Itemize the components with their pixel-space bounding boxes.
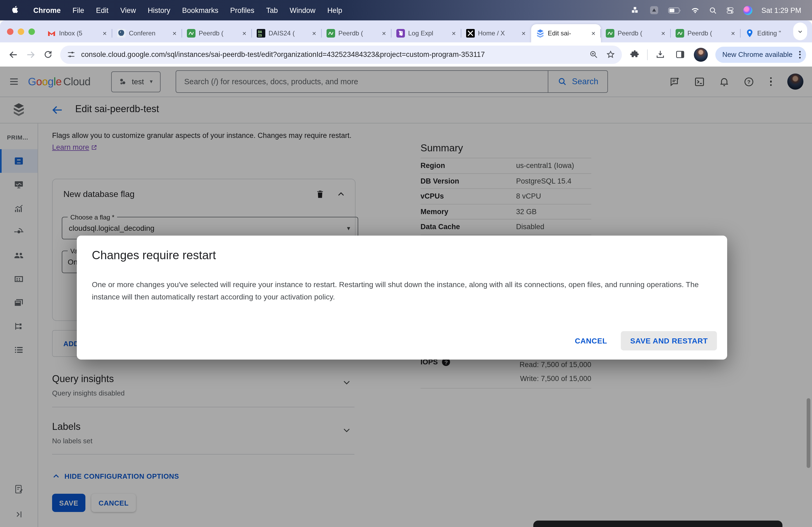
apple-icon[interactable]: [11, 5, 20, 16]
menubar-item-bookmarks[interactable]: Bookmarks: [176, 6, 224, 14]
tab-6[interactable]: Log Expl ✕: [392, 24, 461, 42]
zoom-window-button[interactable]: [28, 28, 35, 35]
tab-title: Edit sai-: [548, 30, 586, 37]
tab-close-icon[interactable]: ✕: [659, 29, 668, 37]
menubar-item-chrome[interactable]: Chrome: [27, 6, 67, 14]
control-center-icon[interactable]: [726, 6, 734, 14]
window-controls: [0, 28, 42, 35]
tab-title: Log Expl: [408, 30, 446, 37]
chrome-menu-kebab-icon[interactable]: [797, 48, 803, 60]
tab-title: Editing ": [757, 30, 795, 37]
side-panel-icon[interactable]: [675, 49, 685, 60]
peerdb-favicon-icon: [187, 29, 195, 37]
chrome-profile-avatar[interactable]: [694, 47, 708, 61]
dialog-cancel-button[interactable]: CANCEL: [568, 332, 613, 349]
tab-8-active[interactable]: Edit sai- ✕: [531, 24, 601, 42]
tab-title: DAIS24 (: [269, 30, 307, 37]
mappin-favicon-icon: [745, 29, 754, 37]
tab-title: Peerdb (: [199, 30, 237, 37]
forward-icon[interactable]: [23, 46, 39, 62]
menubar-item-view[interactable]: View: [114, 6, 142, 14]
datadog-favicon-icon: [396, 29, 405, 37]
tab-title: Inbox (5: [59, 30, 97, 37]
menubar-item-file[interactable]: File: [67, 6, 90, 14]
dialog-title: Changes require restart: [92, 249, 216, 262]
chrome-toolbar: console.cloud.google.com/sql/instances/s…: [0, 42, 812, 66]
dais-favicon-icon: DAIS: [257, 29, 265, 37]
tune-icon[interactable]: [67, 50, 76, 59]
postgres-favicon-icon: [117, 29, 126, 37]
tab-title: Conferen: [129, 30, 167, 37]
tab-close-icon[interactable]: ✕: [310, 29, 318, 37]
back-icon[interactable]: [5, 46, 21, 62]
peerdb-favicon-icon: [327, 29, 335, 37]
menubar-item-profiles[interactable]: Profiles: [224, 6, 260, 14]
omnibox[interactable]: console.cloud.google.com/sql/instances/s…: [60, 45, 622, 64]
bookmark-star-icon[interactable]: [606, 50, 615, 59]
close-window-button[interactable]: [7, 28, 13, 35]
tab-2[interactable]: Conferen ✕: [112, 24, 182, 42]
tab-title: Home / X: [478, 30, 516, 37]
url-text[interactable]: console.cloud.google.com/sql/instances/s…: [81, 50, 582, 59]
tab-close-icon[interactable]: ✕: [729, 29, 737, 37]
tab-close-icon[interactable]: ✕: [450, 29, 458, 37]
macos-menubar: ChromeFileEditViewHistoryBookmarksProfil…: [0, 0, 812, 20]
cloudsql-favicon-icon: [536, 29, 545, 37]
tab-title: Peerdb (: [618, 30, 656, 37]
tab-1[interactable]: Inbox (5 ✕: [42, 24, 112, 42]
tab-close-icon[interactable]: ✕: [380, 29, 388, 37]
svg-text:DA: DA: [258, 30, 262, 34]
menubar-item-help[interactable]: Help: [321, 6, 348, 14]
dialog-body: One or more changes you've selected will…: [92, 278, 713, 303]
tab-4[interactable]: DAIS DAIS24 ( ✕: [252, 24, 322, 42]
tab-9[interactable]: Peerdb ( ✕: [601, 24, 671, 42]
tab-10[interactable]: Peerdb ( ✕: [671, 24, 741, 42]
download-icon[interactable]: [655, 49, 665, 60]
menubar-items: ChromeFileEditViewHistoryBookmarksProfil…: [27, 6, 348, 14]
menubar-clock[interactable]: Sat 1:29 PM: [761, 6, 801, 14]
siri-icon[interactable]: [743, 6, 752, 15]
extensions-icon[interactable]: [629, 49, 640, 60]
svg-text:IS: IS: [258, 34, 262, 37]
tab-close-icon[interactable]: ✕: [589, 29, 598, 37]
tab-7[interactable]: Home / X ✕: [461, 24, 531, 42]
restart-dialog: Changes require restart One or more chan…: [77, 236, 727, 360]
tab-close-icon[interactable]: ✕: [170, 29, 179, 37]
chrome-tabstrip: Inbox (5 ✕ Conferen ✕ Peerdb ( ✕ DAIS DA…: [0, 20, 812, 42]
tab-3[interactable]: Peerdb ( ✕: [182, 24, 252, 42]
menubar-item-edit[interactable]: Edit: [90, 6, 115, 14]
dialog-save-and-restart-button[interactable]: SAVE AND RESTART: [621, 331, 717, 350]
new-chrome-button[interactable]: New Chrome available: [715, 46, 806, 62]
new-chrome-label: New Chrome available: [722, 50, 793, 59]
grid-icon[interactable]: [631, 6, 640, 15]
wifi-icon[interactable]: [690, 6, 699, 14]
tab-close-icon[interactable]: ✕: [100, 29, 109, 37]
menubar-item-tab[interactable]: Tab: [260, 6, 284, 14]
app-icon[interactable]: [649, 5, 659, 15]
search-icon[interactable]: [709, 6, 717, 14]
tab-search-chevron-icon[interactable]: [793, 22, 807, 40]
tab-close-icon[interactable]: ✕: [240, 29, 249, 37]
peerdb-favicon-icon: [676, 29, 684, 37]
screen: ChromeFileEditViewHistoryBookmarksProfil…: [0, 0, 812, 527]
battery-icon[interactable]: [668, 7, 681, 14]
peerdb-favicon-icon: [606, 29, 614, 37]
tab-title: Peerdb (: [338, 30, 376, 37]
minimize-window-button[interactable]: [18, 28, 24, 35]
background-window-edge: [533, 521, 782, 527]
xcorp-favicon-icon: [466, 29, 475, 37]
tab-close-icon[interactable]: ✕: [519, 29, 528, 37]
menubar-item-window[interactable]: Window: [284, 6, 321, 14]
reload-icon[interactable]: [40, 46, 56, 62]
gmail-favicon-icon: [47, 29, 56, 37]
tab-title: Peerdb (: [687, 30, 726, 37]
tab-5[interactable]: Peerdb ( ✕: [322, 24, 392, 42]
zoom-page-icon[interactable]: [589, 50, 598, 59]
menubar-item-history[interactable]: History: [142, 6, 176, 14]
